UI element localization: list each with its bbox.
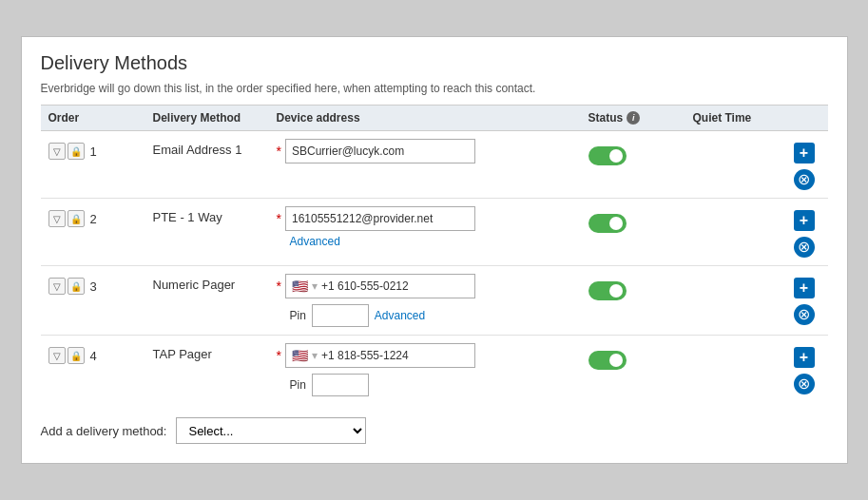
add-btn-2[interactable]: + <box>794 210 815 231</box>
device-cell-4: * 🇺🇸 ▾ Pin <box>269 343 581 396</box>
delivery-methods-container: Delivery Methods Everbridge will go down… <box>21 36 848 464</box>
table-row: ▽ 🔒 4 TAP Pager * 🇺🇸 ▾ Pin <box>41 336 828 404</box>
method-cell-3: Numeric Pager <box>145 274 269 292</box>
required-star-2: * <box>277 211 281 226</box>
pin-label-4: Pin <box>290 378 306 392</box>
table-header: Order Delivery Method Device address Sta… <box>41 105 828 131</box>
page-title: Delivery Methods <box>41 52 828 74</box>
device-cell-2: * Advanced <box>269 206 581 248</box>
status-toggle-2[interactable] <box>588 214 627 233</box>
order-lock-btn-1[interactable]: 🔒 <box>68 143 85 160</box>
add-method-select[interactable]: Select... Email SMS Phone PTE Pager <box>176 417 366 444</box>
order-lock-btn-4[interactable]: 🔒 <box>68 347 85 364</box>
order-cell-2: ▽ 🔒 2 <box>41 206 145 227</box>
table-row: ▽ 🔒 3 Numeric Pager * 🇺🇸 ▾ Pin Advanced <box>41 266 828 336</box>
order-cell-4: ▽ 🔒 4 <box>41 343 145 364</box>
pin-input-3[interactable] <box>312 304 369 327</box>
order-num-1: 1 <box>90 144 97 159</box>
status-toggle-3[interactable] <box>588 281 627 300</box>
order-num-4: 4 <box>90 349 97 363</box>
method-name-4: TAP Pager <box>153 343 212 361</box>
order-cell-3: ▽ 🔒 3 <box>41 274 145 295</box>
email-input-1[interactable] <box>285 139 475 163</box>
order-cell-1: ▽ 🔒 1 <box>41 139 145 160</box>
order-up-btn-3[interactable]: ▽ <box>48 278 66 295</box>
status-toggle-4[interactable] <box>588 351 627 370</box>
th-quiet-time: Quiet Time <box>685 111 781 125</box>
th-actions <box>781 111 828 125</box>
advanced-link-3[interactable]: Advanced <box>375 309 425 322</box>
status-toggle-1[interactable] <box>588 146 627 165</box>
pte-input-2[interactable] <box>285 206 475 231</box>
action-cell-4: + ⊗ <box>781 343 828 394</box>
th-status: Status i <box>581 111 685 125</box>
status-cell-2 <box>581 206 685 236</box>
add-btn-3[interactable]: + <box>794 278 815 298</box>
device-cell-3: * 🇺🇸 ▾ Pin Advanced <box>269 274 581 327</box>
th-device-address: Device address <box>269 111 581 125</box>
add-method-label: Add a delivery method: <box>41 424 167 438</box>
required-star-1: * <box>277 144 281 159</box>
device-cell-1: * <box>269 139 581 163</box>
action-cell-1: + ⊗ <box>781 139 828 190</box>
phone-input-3[interactable] <box>321 279 445 293</box>
status-info-icon: i <box>627 111 640 125</box>
phone-wrap-3: 🇺🇸 ▾ <box>285 274 475 298</box>
order-up-btn-2[interactable]: ▽ <box>48 210 66 227</box>
phone-input-4[interactable] <box>321 349 445 362</box>
table-row: ▽ 🔒 1 Email Address 1 * + ⊗ <box>41 131 828 199</box>
phone-sep-3: ▾ <box>312 279 318 293</box>
action-cell-3: + ⊗ <box>781 274 828 325</box>
order-lock-btn-3[interactable]: 🔒 <box>68 278 85 295</box>
remove-btn-1[interactable]: ⊗ <box>794 169 815 190</box>
status-cell-3 <box>581 274 685 303</box>
order-num-3: 3 <box>90 279 97 294</box>
table-row: ▽ 🔒 2 PTE - 1 Way * Advanced + <box>41 199 828 266</box>
method-cell-4: TAP Pager <box>145 343 269 361</box>
required-star-4: * <box>277 348 281 363</box>
method-cell-2: PTE - 1 Way <box>145 206 269 224</box>
method-name-3: Numeric Pager <box>153 274 236 292</box>
action-cell-2: + ⊗ <box>781 206 828 258</box>
page-subtitle: Everbridge will go down this list, in th… <box>41 82 828 95</box>
method-name-2: PTE - 1 Way <box>153 206 222 224</box>
method-name-1: Email Address 1 <box>153 139 242 157</box>
pin-input-4[interactable] <box>312 374 369 396</box>
remove-btn-3[interactable]: ⊗ <box>794 304 815 325</box>
order-lock-btn-2[interactable]: 🔒 <box>68 210 85 227</box>
add-btn-4[interactable]: + <box>794 347 815 368</box>
th-delivery-method: Delivery Method <box>145 111 269 125</box>
add-btn-1[interactable]: + <box>794 143 815 163</box>
required-star-3: * <box>277 279 281 294</box>
status-cell-1 <box>581 139 685 168</box>
remove-btn-4[interactable]: ⊗ <box>794 374 815 394</box>
remove-btn-2[interactable]: ⊗ <box>794 237 815 258</box>
status-cell-4 <box>581 343 685 373</box>
method-cell-1: Email Address 1 <box>145 139 269 157</box>
pin-label-3: Pin <box>290 309 306 322</box>
order-up-btn-1[interactable]: ▽ <box>48 143 66 160</box>
phone-sep-4: ▾ <box>312 349 318 362</box>
order-num-2: 2 <box>90 212 97 226</box>
advanced-link-2[interactable]: Advanced <box>290 235 340 248</box>
th-order: Order <box>41 111 145 125</box>
order-up-btn-4[interactable]: ▽ <box>48 347 66 364</box>
flag-icon-4: 🇺🇸 <box>292 348 308 363</box>
phone-wrap-4: 🇺🇸 ▾ <box>285 343 475 368</box>
flag-icon-3: 🇺🇸 <box>292 279 308 294</box>
footer: Add a delivery method: Select... Email S… <box>41 417 828 444</box>
